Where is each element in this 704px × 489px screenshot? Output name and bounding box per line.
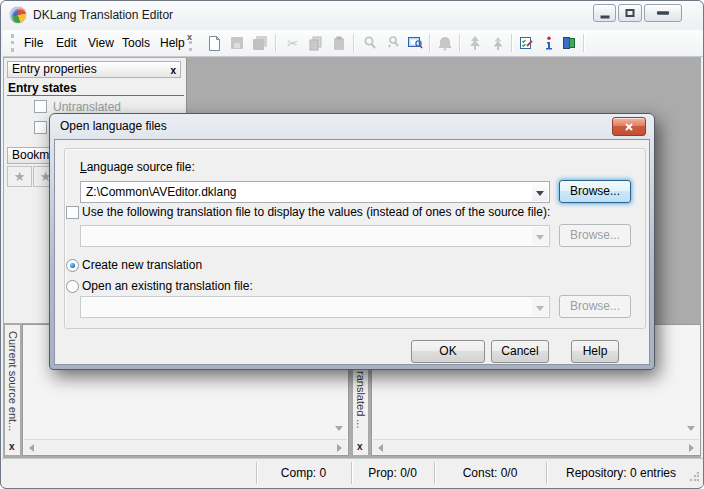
app-icon (10, 7, 26, 23)
status-const: Const: 0/0 (434, 466, 546, 480)
open-existing-label[interactable]: Open an existing translation file: (82, 279, 253, 293)
save-button (226, 32, 247, 54)
toolbar-separator (275, 34, 276, 52)
minimize-button[interactable] (593, 4, 616, 22)
settings-icon (518, 35, 534, 51)
create-new-label[interactable]: Create new translation (82, 258, 202, 272)
help-button[interactable]: Help (571, 340, 619, 363)
application-window: DKLang Translation Editor File Edit View… (0, 0, 704, 489)
tree-descend-icon (490, 35, 506, 51)
about-icon (540, 35, 556, 51)
paste-button (328, 32, 349, 54)
create-new-radio[interactable] (66, 259, 79, 272)
about-button[interactable] (537, 32, 558, 54)
current-source-title: Current source ent... (7, 325, 19, 431)
panel-close-icon[interactable]: x (170, 63, 176, 78)
star-icon: ★ (14, 169, 26, 184)
bell-button (434, 32, 455, 54)
display-values-button[interactable] (404, 32, 425, 54)
status-bar: Comp: 0 Prop: 0/0 Const: 0/0 Repository:… (2, 458, 704, 487)
dialog-close-button[interactable] (612, 117, 646, 136)
untranslated-checkbox-label: Untranslated (53, 100, 121, 114)
status-comp: Comp: 0 (256, 466, 351, 480)
entry-properties-header[interactable]: Entry properties x (7, 61, 181, 78)
browse-source-button[interactable]: Browse... (559, 180, 631, 203)
maximize-button[interactable] (618, 4, 642, 22)
minimize-icon (600, 16, 609, 19)
save-icon (229, 35, 245, 51)
untranslated-checkbox (34, 100, 47, 113)
settings-button[interactable] (515, 32, 536, 54)
toolbar-separator (353, 34, 354, 52)
window-title: DKLang Translation Editor (33, 8, 173, 22)
tree-descend-button (487, 32, 508, 54)
ok-button[interactable]: OK (411, 340, 485, 363)
exit-icon (561, 35, 577, 51)
toolbar-separator (459, 34, 460, 52)
language-source-combobox[interactable]: Z:\Common\AVEditor.dklang (80, 181, 550, 203)
cut-button: ✂ (282, 32, 303, 54)
entry-properties-title: Entry properties (12, 62, 97, 76)
browse-existing-translation-button: Browse... (559, 295, 631, 318)
chevron-down-icon (536, 306, 544, 311)
entry-states-divider (7, 95, 184, 96)
entry-states-label: Entry states (8, 81, 77, 95)
menu-edit[interactable]: Edit (49, 30, 84, 56)
scroll-left-icon[interactable] (29, 444, 34, 452)
maximize-icon (626, 9, 635, 17)
save-all-button (249, 32, 270, 54)
title-bar[interactable]: DKLang Translation Editor (1, 1, 703, 30)
horizontal-scrollbar[interactable] (373, 439, 699, 454)
menu-help[interactable]: Help (153, 30, 192, 56)
find-replace-button (382, 32, 403, 54)
menu-tools[interactable]: Tools (115, 30, 157, 56)
menu-file[interactable]: File (17, 30, 50, 56)
horizontal-scrollbar[interactable] (24, 439, 347, 454)
tree-ascend-icon (467, 35, 483, 51)
scroll-right-icon[interactable] (337, 444, 342, 452)
scroll-down-icon[interactable] (684, 421, 698, 435)
language-source-value: Z:\Common\AVEditor.dklang (86, 185, 237, 199)
current-source-strip: Current source ent... x (4, 324, 21, 456)
scroll-right-icon[interactable] (689, 444, 694, 452)
find-button (359, 32, 380, 54)
new-file-button[interactable] (203, 32, 224, 54)
pane-close-icon[interactable]: x (9, 441, 15, 452)
dialog-title: Open language files (60, 119, 167, 133)
chevron-down-icon (536, 191, 544, 196)
scroll-down-icon[interactable] (332, 421, 346, 435)
toolbar-separator (429, 34, 430, 52)
chevron-down-icon (536, 235, 544, 240)
copy-button (305, 32, 326, 54)
bell-icon (437, 35, 453, 51)
tree-ascend-button (464, 32, 485, 54)
menu-toolbar-strip: File Edit View Tools Help x ✂ (3, 30, 703, 57)
exit-button[interactable] (558, 32, 579, 54)
save-all-icon (252, 35, 268, 51)
translation-display-combobox (80, 225, 550, 247)
cut-icon: ✂ (287, 36, 298, 51)
toolbar-separator (511, 34, 512, 52)
new-file-icon (206, 35, 222, 51)
pane-close-icon[interactable]: x (357, 441, 363, 452)
use-translation-checkbox[interactable] (66, 206, 79, 219)
toolbar-gripper[interactable] (189, 41, 192, 51)
combo-dropdown-button[interactable] (532, 183, 548, 201)
copy-icon (308, 35, 324, 51)
open-existing-radio[interactable] (66, 280, 79, 293)
status-repository: Repository: 0 entries (546, 466, 696, 480)
paste-icon (331, 35, 347, 51)
find-icon (362, 35, 378, 51)
menubar-gripper[interactable] (11, 34, 14, 52)
bookmark-star-button: ★ (7, 166, 32, 187)
use-translation-label[interactable]: Use the following translation file to di… (82, 205, 550, 219)
combo-dropdown-button (532, 298, 548, 316)
cancel-button[interactable]: Cancel (491, 340, 549, 363)
scroll-left-icon[interactable] (378, 444, 383, 452)
resize-grip[interactable] (689, 472, 699, 482)
close-button[interactable] (644, 4, 682, 22)
status-prop: Prop: 0/0 (351, 466, 434, 480)
display-values-icon (407, 35, 423, 51)
combo-dropdown-button (532, 227, 548, 245)
existing-translation-combobox (80, 296, 550, 318)
